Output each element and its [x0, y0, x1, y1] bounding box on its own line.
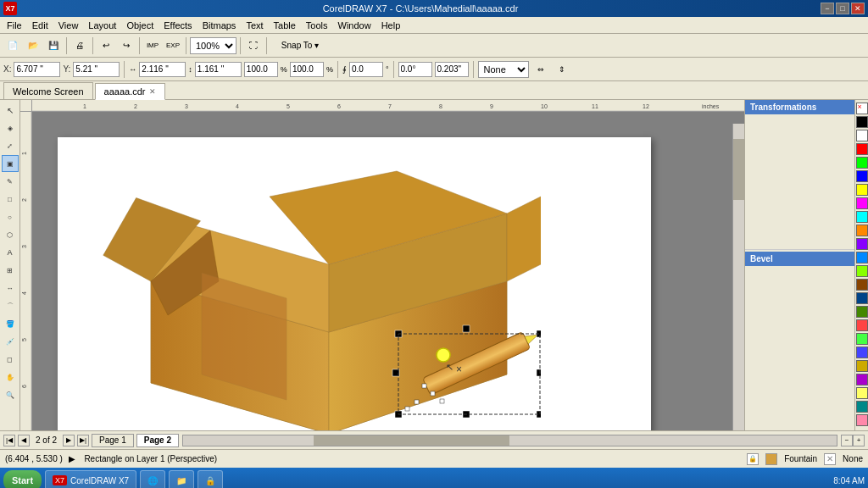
- pink-swatch[interactable]: [856, 414, 868, 426]
- mirror-v-button[interactable]: ⇕: [553, 60, 571, 79]
- first-page-button[interactable]: |◀: [3, 435, 15, 446]
- new-button[interactable]: 📄: [3, 36, 22, 55]
- export-button[interactable]: EXP: [164, 36, 182, 55]
- v-scrollbar-thumb[interactable]: [733, 139, 744, 200]
- blue-swatch[interactable]: [856, 170, 868, 182]
- skew-v-input[interactable]: [435, 62, 469, 77]
- angle-input[interactable]: [349, 62, 383, 77]
- mirror-h-button[interactable]: ⇔: [531, 60, 550, 79]
- select-tool[interactable]: ↖: [2, 102, 19, 119]
- black-swatch[interactable]: [856, 116, 868, 128]
- import-button[interactable]: IMP: [143, 36, 162, 55]
- connector-tool[interactable]: ⌒: [2, 297, 19, 314]
- horizontal-scrollbar[interactable]: [182, 435, 837, 446]
- menu-item-table[interactable]: Table: [269, 19, 301, 32]
- print-button[interactable]: 🖨: [70, 36, 89, 55]
- green-swatch[interactable]: [856, 157, 868, 169]
- redo-button[interactable]: ↪: [117, 36, 136, 55]
- yellow2-swatch[interactable]: [856, 387, 868, 399]
- menu-item-object[interactable]: Object: [121, 19, 159, 32]
- outline-tool[interactable]: ◻: [2, 351, 19, 368]
- menu-item-edit[interactable]: Edit: [27, 19, 53, 32]
- cornblue-swatch[interactable]: [856, 347, 868, 358]
- dimension-tool[interactable]: ↔: [2, 280, 19, 297]
- minimize-button[interactable]: −: [821, 3, 834, 14]
- fullscreen-button[interactable]: ⛶: [244, 36, 263, 55]
- palegreen-swatch[interactable]: [856, 333, 868, 345]
- lightred-swatch[interactable]: [856, 319, 868, 331]
- node-tool[interactable]: ◈: [2, 119, 19, 136]
- orange-swatch[interactable]: [856, 225, 868, 236]
- menu-item-bitmaps[interactable]: Bitmaps: [198, 19, 242, 32]
- brown-swatch[interactable]: [856, 279, 868, 291]
- page2-tab[interactable]: Page 2: [136, 434, 179, 447]
- taskbar-browser[interactable]: 🌐: [140, 470, 165, 488]
- taskbar-app3[interactable]: 🔒: [198, 470, 223, 488]
- purple-swatch[interactable]: [856, 238, 868, 250]
- fill-tool[interactable]: 🪣: [2, 315, 19, 332]
- transformations-header[interactable]: Transformations: [745, 100, 854, 114]
- open-button[interactable]: 📂: [24, 36, 42, 55]
- hand-tool[interactable]: ✋: [2, 369, 19, 385]
- red-swatch[interactable]: [856, 143, 868, 155]
- menu-item-text[interactable]: Text: [241, 19, 268, 32]
- snap-button[interactable]: Snap To ▾: [270, 36, 330, 55]
- menu-item-help[interactable]: Help: [376, 19, 406, 32]
- menu-item-tools[interactable]: Tools: [301, 19, 333, 32]
- text-tool[interactable]: A: [2, 244, 19, 261]
- welcome-tab[interactable]: Welcome Screen: [3, 82, 93, 99]
- menu-item-effects[interactable]: Effects: [159, 19, 197, 32]
- x-coord-input[interactable]: [14, 62, 60, 77]
- zoom-out-btn[interactable]: −: [841, 435, 853, 446]
- y-coord-input[interactable]: [73, 62, 120, 77]
- zoom-dropdown[interactable]: 100% 75% 50% 150% 200%: [190, 37, 236, 54]
- tab-close-icon[interactable]: ✕: [149, 87, 156, 96]
- save-button[interactable]: 💾: [44, 36, 63, 55]
- vertical-scrollbar[interactable]: [732, 124, 744, 430]
- maximize-button[interactable]: □: [836, 3, 849, 14]
- close-button[interactable]: ✕: [851, 3, 865, 14]
- lightblue-swatch[interactable]: [856, 252, 868, 263]
- canvas-area[interactable]: 1 2 3 4 5 6 7 8 9 10 11 12 inches 1 2 3: [20, 100, 744, 430]
- skew-h-input[interactable]: [398, 62, 432, 77]
- undo-button[interactable]: ↩: [97, 36, 115, 55]
- no-color-swatch[interactable]: ×: [856, 103, 868, 114]
- bevel-header[interactable]: Bevel: [745, 252, 854, 266]
- eyedropper-tool[interactable]: 💉: [2, 333, 19, 350]
- taskbar-folder[interactable]: 📁: [169, 470, 194, 488]
- violet-swatch[interactable]: [856, 374, 868, 385]
- taskbar-coreldraw[interactable]: X7 CorelDRAW X7: [45, 470, 136, 488]
- width-pct-input[interactable]: [244, 62, 278, 77]
- teal-swatch[interactable]: [856, 401, 868, 413]
- canvas-content[interactable]: × ↖: [32, 112, 744, 430]
- lightgreen-swatch[interactable]: [856, 265, 868, 277]
- document-tab[interactable]: aaaaa.cdr ✕: [95, 83, 165, 100]
- last-page-button[interactable]: ▶|: [77, 435, 89, 446]
- zoom-in-btn[interactable]: +: [853, 435, 865, 446]
- gold-swatch[interactable]: [856, 360, 868, 372]
- table-tool[interactable]: ⊞: [2, 262, 19, 279]
- menu-item-window[interactable]: Window: [333, 19, 376, 32]
- menu-item-layout[interactable]: Layout: [83, 19, 121, 32]
- rect-tool[interactable]: □: [2, 191, 19, 208]
- height-pct-input[interactable]: [290, 62, 324, 77]
- darkblue-swatch[interactable]: [856, 292, 868, 304]
- freehand-tool[interactable]: ✎: [2, 173, 19, 190]
- zoom-tool[interactable]: 🔍: [2, 386, 19, 403]
- none-dropdown[interactable]: None: [478, 61, 529, 78]
- prev-page-button[interactable]: ◀: [18, 435, 30, 446]
- magenta-swatch[interactable]: [856, 197, 868, 209]
- shape-tool[interactable]: ▣: [2, 155, 19, 172]
- height-input[interactable]: [195, 62, 242, 77]
- menu-item-file[interactable]: File: [2, 19, 27, 32]
- start-button[interactable]: Start: [3, 470, 42, 488]
- width-input[interactable]: [139, 62, 186, 77]
- page1-tab[interactable]: Page 1: [92, 434, 134, 447]
- cyan-swatch[interactable]: [856, 211, 868, 223]
- menu-item-view[interactable]: View: [53, 19, 84, 32]
- yellow-swatch[interactable]: [856, 184, 868, 196]
- polygon-tool[interactable]: ⬡: [2, 226, 19, 243]
- darkgreen-swatch[interactable]: [856, 306, 868, 318]
- h-scrollbar-thumb[interactable]: [314, 435, 509, 446]
- white-swatch[interactable]: [856, 130, 868, 141]
